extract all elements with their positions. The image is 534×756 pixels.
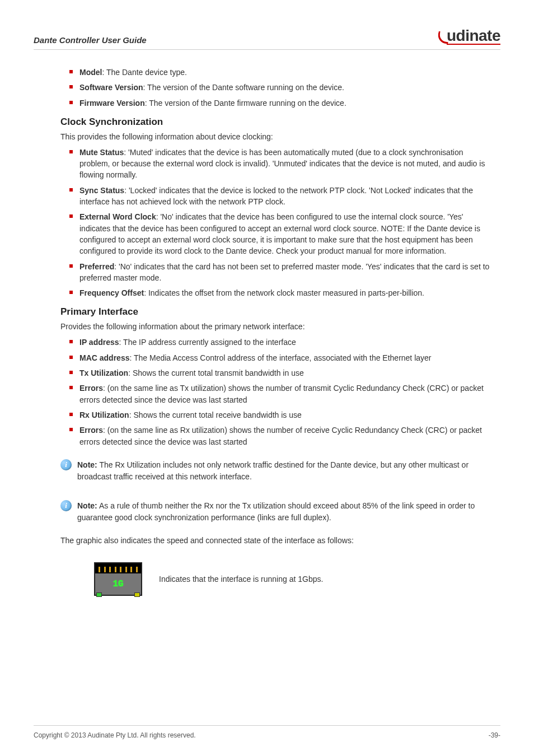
list-item: Rx Utilization: Shows the current total … — [79, 409, 495, 421]
list-item: Software Version: The version of the Dan… — [79, 82, 495, 93]
list-item: MAC address: The Media Access Control ad… — [79, 352, 495, 363]
desc: : Shows the current total receive bandwi… — [129, 410, 302, 419]
desc: : The version of the Dante firmware runn… — [145, 99, 346, 108]
note-label: Note: — [77, 501, 97, 510]
term: Firmware Version — [79, 99, 145, 108]
desc: : 'No' indicates that the card has not b… — [79, 262, 489, 282]
desc: : 'Locked' indicates that the device is … — [79, 186, 473, 206]
desc: : The Dante device type. — [102, 68, 187, 77]
heading-primary-interface: Primary Interface — [60, 306, 495, 318]
term: MAC address — [79, 353, 129, 362]
top-definition-list: Model: The Dante device type. Software V… — [60, 67, 495, 109]
desc: : Indicates the offset from the network … — [144, 288, 424, 297]
term: Frequency Offset — [79, 288, 144, 297]
primary-iface-list: IP address: The IP address currently ass… — [60, 337, 495, 447]
list-item: Mute Status: 'Muted' indicates that the … — [79, 147, 495, 181]
port-caption: Indicates that the interface is running … — [159, 575, 323, 584]
term: Model — [79, 68, 102, 77]
list-item: Errors: (on the same line as Tx utilizat… — [79, 382, 495, 405]
interface-graphic-row: 1G Indicates that the interface is runni… — [94, 562, 495, 596]
page-header: Dante Controller User Guide udinate — [34, 28, 500, 50]
led-icon — [96, 592, 102, 597]
list-item: Model: The Dante device type. — [79, 67, 495, 78]
desc: : 'Muted' indicates that the device is h… — [79, 148, 485, 180]
desc: : (on the same line as Rx utilization) s… — [79, 426, 482, 446]
info-icon: i — [60, 500, 72, 511]
note-label: Note: — [77, 460, 97, 469]
page-content: Model: The Dante device type. Software V… — [34, 67, 500, 596]
term: Errors — [79, 426, 103, 435]
list-item: Tx Utilization: Shows the current total … — [79, 367, 495, 379]
term: Preferred — [79, 262, 114, 271]
desc: : Shows the current total transmit bandw… — [128, 368, 304, 377]
led-icon — [134, 592, 140, 597]
term: Rx Utilization — [79, 410, 129, 419]
term: External Word Clock — [79, 212, 156, 221]
term: Tx Utilization — [79, 368, 128, 377]
note-text: As a rule of thumb neither the Rx nor th… — [77, 501, 475, 522]
doc-title: Dante Controller User Guide — [34, 35, 147, 45]
term: Mute Status — [79, 148, 124, 157]
ethernet-port-icon: 1G — [94, 562, 142, 596]
port-pins — [95, 563, 141, 573]
info-icon: i — [60, 459, 72, 470]
clock-sync-intro: This provides the following information … — [60, 131, 495, 143]
note-block: i Note: As a rule of thumb neither the R… — [60, 494, 495, 529]
brand-logo: udinate — [438, 28, 500, 45]
list-item: IP address: The IP address currently ass… — [79, 337, 495, 348]
note-block: i Note: The Rx Utilization includes not … — [60, 453, 495, 488]
graphic-intro: The graphic also indicates the speed and… — [60, 535, 495, 547]
term: Sync Status — [79, 186, 124, 195]
primary-iface-intro: Provides the following information about… — [60, 321, 495, 333]
copyright-text: Copyright © 2013 Audinate Pty Ltd. All r… — [34, 731, 196, 739]
list-item: Preferred: 'No' indicates that the card … — [79, 261, 495, 284]
list-item: Errors: (on the same line as Rx utilizat… — [79, 424, 495, 447]
desc: : (on the same line as Tx utilization) s… — [79, 384, 484, 404]
port-leds — [95, 592, 141, 597]
page-number: -39- — [489, 731, 500, 739]
list-item: Firmware Version: The version of the Dan… — [79, 97, 495, 109]
brand-text: udinate — [447, 28, 500, 45]
heading-clock-sync: Clock Synchronization — [60, 116, 495, 128]
note-icon-wrap: i — [60, 459, 76, 470]
clock-sync-list: Mute Status: 'Muted' indicates that the … — [60, 147, 495, 299]
desc: : The Media Access Control address of th… — [129, 353, 431, 362]
page-footer: Copyright © 2013 Audinate Pty Ltd. All r… — [34, 725, 500, 739]
note-body: Note: The Rx Utilization includes not on… — [76, 459, 495, 483]
brand-swoosh-icon — [437, 31, 449, 44]
term: Software Version — [79, 83, 143, 92]
note-icon-wrap: i — [60, 500, 76, 511]
desc: : The version of the Dante software runn… — [143, 83, 344, 92]
list-item: Sync Status: 'Locked' indicates that the… — [79, 185, 495, 208]
term: Errors — [79, 384, 103, 393]
desc: : The IP address currently assigned to t… — [119, 338, 296, 347]
note-body: Note: As a rule of thumb neither the Rx … — [76, 500, 495, 524]
port-speed-label: 1G — [100, 573, 137, 595]
list-item: Frequency Offset: Indicates the offset f… — [79, 287, 495, 298]
list-item: External Word Clock: 'No' indicates that… — [79, 211, 495, 256]
term: IP address — [79, 338, 119, 347]
note-text: The Rx Utilization includes not only net… — [77, 460, 469, 481]
